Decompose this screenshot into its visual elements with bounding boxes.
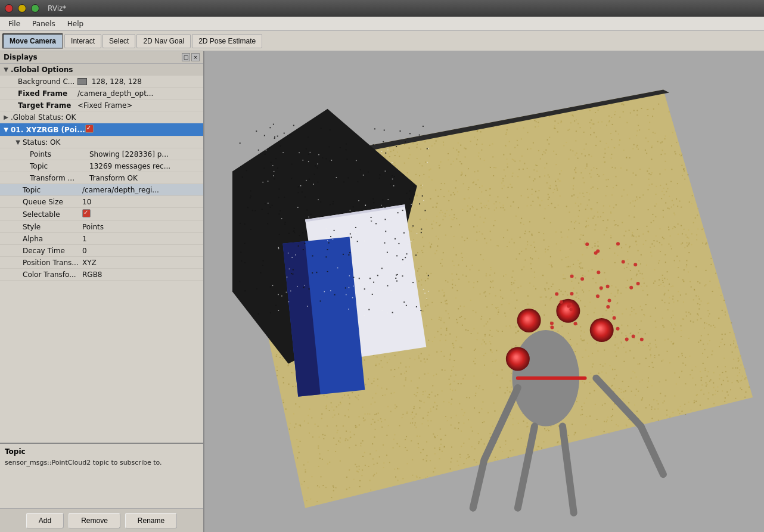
topic-status-row[interactable]: Topic 13269 messages rec... [0,160,203,172]
menubar: File Panels Help [0,17,764,31]
points-row[interactable]: Points Showing [228336] p... [0,148,203,160]
2d-nav-goal-button[interactable]: 2D Nav Goal [136,34,191,48]
selectable-label: Selectable [23,210,82,219]
queue-size-label: Queue Size [23,198,82,206]
displays-tree: ▼ .Global Options Background C... 128, 1… [0,64,203,443]
status-label: Status: OK [23,138,82,147]
remove-button[interactable]: Remove [69,513,120,528]
background-label: Background C... [18,77,77,86]
fixed-frame-label: Fixed Frame [18,89,77,98]
displays-title: Displays [4,53,38,61]
menu-panels[interactable]: Panels [26,18,61,29]
decay-time-row[interactable]: Decay Time 0 [0,245,203,257]
rename-button[interactable]: Rename [125,513,177,528]
selectable-checkbox[interactable] [82,209,91,217]
interact-button[interactable]: Interact [64,34,101,48]
topic-status-value: 13269 messages rec... [89,162,201,170]
position-transform-label: Position Trans... [23,259,82,267]
display-item-label: 01. XYZRGB (Poi... [11,126,85,134]
display-item-row[interactable]: ▼ 01. XYZRGB (Poi... [0,123,203,136]
display-item-checkbox [85,125,201,135]
toolbar: Move Camera Interact Select 2D Nav Goal … [0,31,764,51]
panel-float-button[interactable]: □ [182,53,190,61]
main-layout: Displays □ × ▼ .Global Options Backgroun… [0,51,764,532]
color-transform-value: RGB8 [82,270,201,279]
alpha-label: Alpha [23,235,82,243]
transform-row[interactable]: Transform ... Transform OK [0,172,203,184]
points-value: Showing [228336] p... [89,150,201,158]
queue-size-value: 10 [82,198,201,206]
fixed-frame-value: /camera_depth_opt... [77,89,201,98]
transform-label: Transform ... [30,174,89,182]
global-status-label: .Global Status: OK [11,113,76,122]
fixed-frame-row[interactable]: Fixed Frame /camera_depth_opt... [0,88,203,99]
selectable-row[interactable]: Selectable [0,208,203,221]
info-text: sensor_msgs::PointCloud2 topic to subscr… [5,458,198,467]
menu-help[interactable]: Help [61,18,89,29]
queue-size-row[interactable]: Queue Size 10 [0,196,203,208]
position-transform-row[interactable]: Position Trans... XYZ [0,257,203,269]
3d-viewport[interactable] [204,51,764,532]
info-area: Topic sensor_msgs::PointCloud2 topic to … [0,443,203,508]
info-title: Topic [5,447,198,456]
close-button[interactable] [5,4,13,13]
topic-status-label: Topic [30,162,89,170]
decay-time-value: 0 [82,247,201,255]
left-panel: Displays □ × ▼ .Global Options Backgroun… [0,51,204,532]
global-options-label: .Global Options [11,66,73,74]
status-ok-row[interactable]: ▼ Status: OK [0,136,203,148]
decay-time-label: Decay Time [23,247,82,255]
style-label: Style [23,223,82,231]
color-transform-label: Color Transfo... [23,270,82,279]
move-camera-button[interactable]: Move Camera [2,33,63,49]
bottom-buttons: Add Remove Rename [0,508,203,532]
global-status-row[interactable]: ▶ .Global Status: OK [0,111,203,123]
titlebar: RViz* [0,0,764,17]
selectable-value [82,209,201,219]
color-transform-row[interactable]: Color Transfo... RGB8 [0,269,203,281]
menu-file[interactable]: File [2,18,26,29]
display-enabled-checkbox[interactable] [85,125,94,133]
target-frame-value: <Fixed Frame> [77,101,201,110]
maximize-button[interactable] [31,4,39,13]
position-transform-value: XYZ [82,259,201,267]
topic-property-row[interactable]: Topic /camera/depth_regi... [0,184,203,196]
color-swatch[interactable] [77,78,87,85]
target-frame-row[interactable]: Target Frame <Fixed Frame> [0,99,203,111]
style-row[interactable]: Style Points [0,221,203,233]
add-button[interactable]: Add [26,513,64,528]
alpha-row[interactable]: Alpha 1 [0,233,203,245]
2d-pose-estimate-button[interactable]: 2D Pose Estimate [192,34,262,48]
panel-close-button[interactable]: × [191,53,200,61]
panel-buttons: □ × [182,53,200,61]
displays-header: Displays □ × [0,51,203,64]
select-button[interactable]: Select [103,34,135,48]
target-frame-label: Target Frame [18,101,77,110]
window-title: RViz* [48,4,66,13]
transform-value: Transform OK [89,174,201,182]
global-options-row[interactable]: ▼ .Global Options [0,64,203,76]
minimize-button[interactable] [18,4,26,13]
expand-arrow: ▼ [2,66,10,73]
topic-property-label: Topic [23,186,82,194]
topic-property-value: /camera/depth_regi... [82,186,201,194]
pointcloud-canvas [204,51,764,532]
background-color-row[interactable]: Background C... 128, 128, 128 [0,76,203,88]
background-value: 128, 128, 128 [77,77,201,86]
style-value: Points [82,223,201,231]
alpha-value: 1 [82,235,201,243]
points-label: Points [30,150,89,158]
